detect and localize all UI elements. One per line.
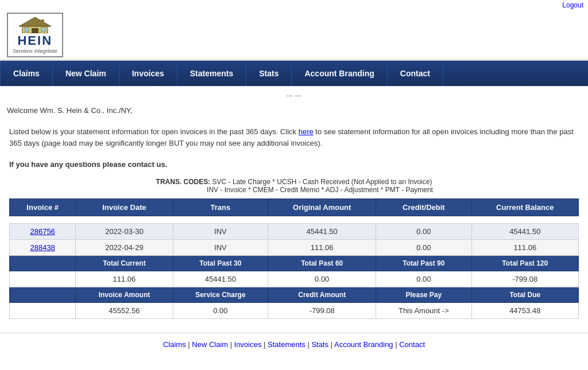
info-link[interactable]: here [299,127,314,136]
invoice-values-row: 45552.560.00-799.08This Amount ->44753.4… [10,303,579,319]
nav-link-contact[interactable]: Contact [388,61,443,86]
top-bar: Logout [0,0,588,10]
footer-link-statements[interactable]: Statements [268,340,305,349]
footer-link-account-branding[interactable]: Account Branding [334,340,393,349]
table-row: 2867562022-03-30INV45441.500.0045441.50 [10,224,579,240]
col-header-original-amount: Original Amount [268,199,376,216]
statements-table: Invoice #Invoice DateTransOriginal Amoun… [9,198,579,319]
trans-codes-line1: SVC - Late Charge * UCSH - Cash Received… [212,178,432,186]
logout-link[interactable]: Logout [562,1,583,9]
original-amount: 111.06 [268,240,376,256]
breadcrumb: ... ... [0,86,588,102]
invoice-num: 288438 [10,240,76,256]
question-text: If you have any questions please contact… [0,155,588,173]
footer-link-new-claim[interactable]: New Claim [192,340,228,349]
subtotal-header-row: Total CurrentTotal Past 30Total Past 60T… [10,256,579,271]
logo-house-icon [18,16,52,33]
nav-item-stats: Stats [246,61,292,86]
invoice-header-row: Invoice AmountService ChargeCredit Amoun… [10,287,579,303]
nav-item-statements: Statements [177,61,246,86]
logo-tagline: Serviens Integritate [13,48,57,54]
nav-link-stats[interactable]: Stats [246,61,292,86]
col-header-invoice-date: Invoice Date [76,199,173,216]
svg-rect-4 [25,28,29,32]
footer-link-invoices[interactable]: Invoices [234,340,262,349]
current-balance: 45441.50 [471,224,578,240]
invoice-num: 286756 [10,224,76,240]
invoice-val-0: 45552.56 [76,303,173,319]
invoice-date: 2022-04-29 [76,240,173,256]
invoice-col-credit-amount: Credit Amount [268,287,376,303]
subtotal-val-4: -799.08 [471,271,578,287]
subtotal-val-1: 45441.50 [173,271,268,287]
info-text-before: Listed below is your statement informati… [9,127,296,136]
credit-debit: 0.00 [376,240,471,256]
footer-separator: | [305,340,312,349]
info-section: Listed below is your statement informati… [0,119,588,155]
invoice-val-4: 44753.48 [471,303,578,319]
subtotal-col-total-past-90: Total Past 90 [376,256,471,271]
invoice-col-service-charge: Service Charge [173,287,268,303]
logo-box: HEIN Serviens Integritate [7,13,63,57]
nav-item-contact: Contact [388,61,443,86]
nav-link-claims[interactable]: Claims [0,61,53,86]
invoice-val-2: -799.08 [268,303,376,319]
logo-area: HEIN Serviens Integritate [7,13,63,57]
footer-separator: | [186,340,192,349]
nav-item-account-branding: Account Branding [292,61,387,86]
subtotal-val-3: 0.00 [376,271,471,287]
subtotal-val-0: 111.06 [76,271,173,287]
statements-table-wrapper: Invoice #Invoice DateTransOriginal Amoun… [0,198,588,328]
logo-company-name: HEIN [17,33,52,48]
col-header-invoice-num: Invoice # [10,199,76,216]
footer-separator: | [328,340,334,349]
svg-rect-5 [41,28,45,32]
footer-link-claims[interactable]: Claims [163,340,186,349]
subtotal-col-total-past-30: Total Past 30 [173,256,268,271]
trans-codes-label: TRANS. CODES: [156,178,211,186]
subtotal-col-total-past-60: Total Past 60 [268,256,376,271]
svg-rect-3 [32,28,38,33]
trans-codes-line2: INV - Invoice * CMEM - Credit Memo * ADJ… [207,186,433,194]
nav-link-new-claim[interactable]: New Claim [53,61,119,86]
footer-separator: | [261,340,268,349]
subtotal-col-total-past-120: Total Past 120 [471,256,578,271]
welcome-message: Welcome Wm. S. Hein & Co., Inc./NY, [0,102,588,119]
invoice-val-1: 0.00 [173,303,268,319]
footer-separator: | [393,340,400,349]
nav-item-invoices: Invoices [119,61,177,86]
header: HEIN Serviens Integritate [0,10,588,61]
footer-separator: | [228,340,234,349]
footer-link-stats[interactable]: Stats [311,340,328,349]
main-nav: ClaimsNew ClaimInvoicesStatementsStatsAc… [0,61,588,86]
current-balance: 111.06 [471,240,578,256]
col-header-trans: Trans [173,199,268,216]
invoice-date: 2022-03-30 [76,224,173,240]
svg-marker-0 [19,17,51,26]
trans: INV [173,224,268,240]
nav-item-claims: Claims [0,61,53,86]
col-header-current-balance: Current Balance [471,199,578,216]
nav-link-statements[interactable]: Statements [177,61,246,86]
nav-link-invoices[interactable]: Invoices [119,61,177,86]
invoice-col-please-pay: Please Pay [376,287,471,303]
svg-rect-1 [41,20,44,24]
invoice-val-3: This Amount -> [376,303,471,319]
subtotal-values-row: 111.0645441.500.000.00-799.08 [10,271,579,287]
original-amount: 45441.50 [268,224,376,240]
credit-debit: 0.00 [376,224,471,240]
nav-item-new-claim: New Claim [53,61,119,86]
trans: INV [173,240,268,256]
invoice-col-total-due: Total Due [471,287,578,303]
footer-link-contact[interactable]: Contact [399,340,425,349]
subtotal-val-2: 0.00 [268,271,376,287]
col-header-credit/debit: Credit/Debit [376,199,471,216]
trans-codes: TRANS. CODES: SVC - Late Charge * UCSH -… [0,173,588,198]
invoice-col-invoice-amount: Invoice Amount [76,287,173,303]
table-row: 2884382022-04-29INV111.060.00111.06 [10,240,579,256]
subtotal-col-total-current: Total Current [76,256,173,271]
footer-nav: Claims | New Claim | Invoices | Statemen… [0,333,588,356]
nav-link-account-branding[interactable]: Account Branding [292,61,387,86]
